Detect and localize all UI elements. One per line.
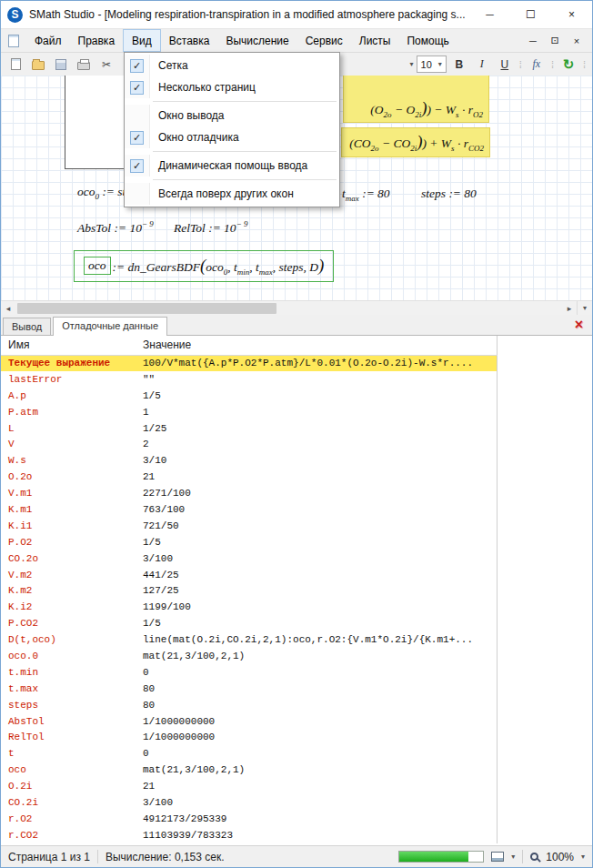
new-page-button[interactable] — [5, 56, 25, 74]
variable-value-cell: 1/1000000000 — [136, 713, 498, 730]
scroll-right-icon[interactable]: ▸ — [562, 301, 577, 316]
table-row[interactable]: V2 — [1, 436, 498, 452]
formula-gears-lhs: oco — [84, 257, 111, 275]
font-combo-arrow-icon[interactable]: ▾ — [410, 60, 414, 68]
table-row[interactable]: V.m2441/25 — [1, 567, 498, 583]
horizontal-scrollbar[interactable]: ◂ ▸ ▾ — [1, 300, 592, 315]
font-size-combo[interactable]: 10 ▾ — [417, 56, 447, 73]
table-row[interactable]: P.O21/5 — [1, 534, 498, 550]
table-row[interactable]: L1/25 — [1, 420, 498, 437]
view-menu-item[interactable]: Всегда поверх других окон — [125, 183, 339, 205]
formula-tmax[interactable]: tmax := 80 — [342, 187, 390, 203]
tab-debug-data[interactable]: Отладочные данные — [53, 317, 167, 336]
menu-Вид[interactable]: Вид — [123, 29, 161, 52]
page-view-icon[interactable] — [491, 852, 504, 862]
formula-steps[interactable]: steps := 80 — [421, 187, 477, 201]
scrollbar-thumb[interactable] — [17, 303, 276, 314]
formula-o2-balance: (O2o − O2i)) − Ws · rO2 — [370, 98, 483, 119]
formula-gears-box[interactable]: oco := dn_GearsBDF(oco0, tmin, tmax, ste… — [74, 250, 334, 282]
scroll-down-icon[interactable]: ▾ — [577, 301, 592, 316]
menu-separator — [153, 151, 337, 152]
zoom-level[interactable]: 100% — [546, 851, 574, 863]
mdi-restore-button[interactable]: ⊡ — [545, 32, 565, 50]
table-row[interactable]: r.O24912173/295339 — [1, 811, 498, 827]
scroll-left-icon[interactable]: ◂ — [1, 301, 15, 316]
maximize-button[interactable]: ☐ — [510, 1, 551, 28]
menu-Файл[interactable]: Файл — [26, 29, 70, 52]
table-row[interactable]: steps80 — [1, 697, 498, 713]
menu-Сервис[interactable]: Сервис — [297, 29, 351, 52]
menu-Помощь[interactable]: Помощь — [398, 29, 457, 52]
table-row[interactable]: K.m1763/100 — [1, 501, 498, 518]
variable-name-cell: K.m1 — [1, 501, 136, 518]
close-button[interactable]: × — [551, 1, 592, 28]
mdi-minimize-button[interactable]: ─ — [523, 32, 543, 50]
checkmark-icon: ✓ — [130, 131, 144, 145]
table-row[interactable]: CO.2i3/100 — [1, 794, 498, 811]
view-menu-item[interactable]: ✓Динамическая помощь ввода — [125, 155, 339, 177]
toolbar-overflow-icon[interactable]: ⁞ — [549, 59, 556, 70]
toolbar-overflow-icon[interactable]: ⁞ — [581, 59, 588, 70]
panel-close-icon[interactable]: × — [575, 317, 583, 333]
table-row[interactable]: A.p1/5 — [1, 388, 498, 404]
minimize-button[interactable]: ─ — [469, 1, 510, 28]
menu-Правка[interactable]: Правка — [70, 29, 124, 52]
table-row[interactable]: ocomat(21,3/100,2,1) — [1, 762, 498, 778]
table-row[interactable]: r.CO211103939/783323 — [1, 827, 498, 843]
open-folder-icon — [32, 61, 45, 70]
menu-Листы[interactable]: Листы — [351, 29, 399, 52]
progress-fill — [399, 852, 467, 862]
underline-button[interactable]: U — [495, 56, 515, 74]
table-row[interactable]: RelTol1/1000000000 — [1, 729, 498, 745]
page-view-arrow-icon[interactable]: ▾ — [511, 853, 515, 861]
view-menu-item[interactable]: ✓Сетка — [125, 55, 339, 76]
table-row[interactable]: O.2o21 — [1, 469, 498, 485]
zoom-magnifier-icon[interactable] — [530, 853, 538, 861]
table-row[interactable]: t.max80 — [1, 681, 498, 697]
zoom-arrow-icon[interactable]: ▾ — [581, 853, 585, 861]
view-menu-item[interactable]: Окно вывода — [125, 105, 339, 126]
variable-name-cell: O.2i — [1, 778, 136, 794]
table-row[interactable]: K.m2127/25 — [1, 582, 498, 599]
table-row[interactable]: t.min0 — [1, 664, 498, 681]
table-row[interactable]: AbsTol1/1000000000 — [1, 713, 498, 730]
menu-Вычисление[interactable]: Вычисление — [217, 29, 296, 52]
menu-item-label: Динамическая помощь ввода — [150, 155, 307, 177]
toolbar-overflow-icon[interactable]: ⁞ — [518, 59, 524, 70]
table-row[interactable]: lastError"" — [1, 371, 498, 388]
table-row[interactable]: t0 — [1, 745, 498, 762]
formula-reltol[interactable]: RelTol := 10− 9 — [174, 219, 247, 236]
table-row[interactable]: P.atm1 — [1, 404, 498, 420]
recalculate-button[interactable]: ↻ — [558, 56, 578, 74]
font-size-value: 10 — [421, 59, 432, 70]
menubar: ФайлПравкаВидВставкаВычислениеСервисЛист… — [1, 28, 592, 52]
table-row[interactable]: O.2i21 — [1, 778, 498, 794]
function-button[interactable]: fx — [527, 56, 547, 74]
save-button[interactable] — [51, 56, 71, 74]
table-row[interactable]: W.s3/10 — [1, 452, 498, 469]
print-button[interactable] — [74, 56, 94, 74]
menu-Вставка[interactable]: Вставка — [161, 29, 218, 52]
highlighted-formula-co2[interactable]: (CO2o − CO2i)) + Ws · rCO2 — [341, 127, 490, 157]
table-row[interactable]: K.i21199/100 — [1, 599, 498, 615]
table-row[interactable]: Текущее выражение100/V*mat({A.p*P.O2*P.a… — [1, 355, 498, 371]
tab-output[interactable]: Вывод — [3, 318, 51, 335]
italic-button[interactable]: I — [472, 56, 492, 74]
bold-button[interactable]: B — [449, 56, 469, 74]
table-row[interactable]: P.CO21/5 — [1, 615, 498, 631]
table-row[interactable]: D(t,oco)line(mat(O.2i,CO.2i,2,1):oco,r.O… — [1, 631, 498, 648]
table-row[interactable]: oco.0mat(21,3/100,2,1) — [1, 648, 498, 664]
mdi-close-button[interactable]: × — [567, 32, 587, 50]
open-button[interactable] — [28, 56, 48, 74]
cut-button[interactable]: ✂ — [96, 56, 116, 74]
table-row[interactable]: CO.2o3/100 — [1, 550, 498, 567]
table-row[interactable]: K.i1721/50 — [1, 518, 498, 534]
table-row[interactable]: V.m12271/100 — [1, 485, 498, 501]
variable-name-cell: P.CO2 — [1, 615, 136, 631]
view-menu-item[interactable]: ✓Окно отладчика — [125, 126, 339, 148]
formula-abstol[interactable]: AbsTol := 10− 9 — [77, 219, 154, 236]
variable-name-cell: oco.0 — [1, 648, 136, 664]
view-menu-item[interactable]: ✓Несколько страниц — [125, 76, 339, 98]
variable-value-cell: 80 — [136, 681, 498, 697]
highlighted-formula-o2[interactable]: (O2o − O2i)) − Ws · rO2 — [343, 76, 489, 123]
